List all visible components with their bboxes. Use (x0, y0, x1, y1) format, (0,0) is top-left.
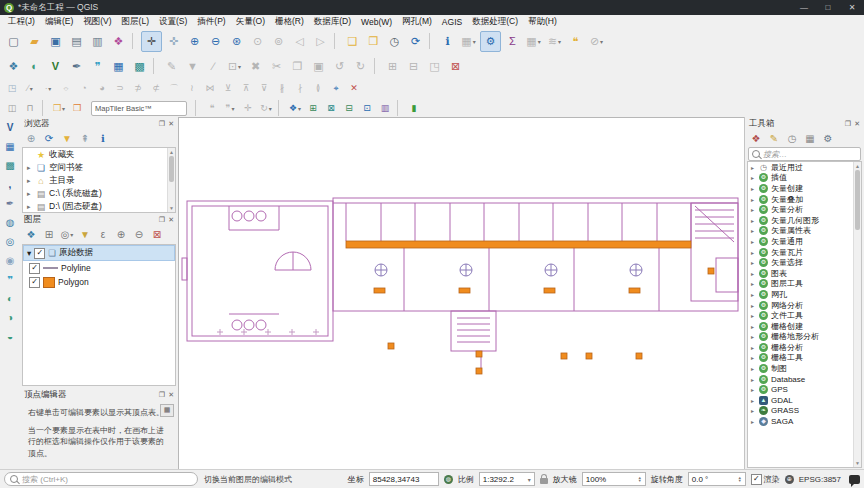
new-print-layout-icon[interactable]: ▤▾ (67, 32, 86, 51)
toolbox-item[interactable]: ▸⚙矢量通用 (748, 236, 861, 247)
fill-ring-icon[interactable]: ⊅▾ (130, 81, 146, 96)
toolbox-item[interactable]: ▸⚙插值 (748, 173, 861, 184)
select-by-form-icon[interactable]: ❖▾ (287, 101, 303, 116)
copy-move-feature-icon[interactable]: ∙▾ (40, 81, 56, 96)
undo-icon[interactable]: ↺▾ (330, 57, 349, 76)
toolbox-item[interactable]: ▸⚙矢量几何图形 (748, 215, 861, 226)
log-messages-icon[interactable] (849, 475, 860, 484)
browser-scrollbar[interactable]: ▲ ▼ (167, 148, 175, 212)
layer-polygon-row[interactable]: ✓Polygon (23, 275, 175, 289)
separator[interactable]: ▾ (132, 33, 137, 49)
zoom-out-icon[interactable]: ⊖▾ (206, 32, 225, 51)
identify-features-icon[interactable]: ℹ▾ (438, 32, 457, 51)
toolbox-item[interactable]: ▸⚙制图 (748, 363, 861, 374)
separator[interactable]: ▾ (374, 58, 379, 74)
select-by-location-icon[interactable]: ⊞▾ (305, 101, 321, 116)
simplify-feature-icon[interactable]: ◔▾ (76, 81, 92, 96)
toolbox-item[interactable]: ▸⚙图表 (748, 268, 861, 279)
history-icon[interactable]: ◷ (785, 131, 799, 145)
show-bookmarks-icon[interactable]: ❒▾ (364, 32, 383, 51)
add-raster-layer-icon[interactable]: ▦▾ (109, 57, 128, 76)
style-manager-icon[interactable]: ❖▾ (109, 32, 128, 51)
layer-checkbox[interactable]: ✓ (34, 248, 45, 259)
rotate-feature-icon[interactable]: ⌔▾ (58, 81, 74, 96)
collapse-all-icon[interactable]: ⇞ (78, 131, 92, 145)
add-virtual-layer-icon[interactable]: ❞ (3, 272, 18, 287)
rotation-field[interactable]: 0.0 °▲▼ (688, 472, 746, 486)
menu-item[interactable]: Web(W) (356, 17, 397, 27)
add-oracle-icon[interactable]: ◉ (3, 253, 18, 268)
pin-labels-icon[interactable]: ❝▾ (204, 101, 220, 116)
map-canvas[interactable] (178, 117, 745, 470)
add-spatialite-layer-icon[interactable]: ✒▾ (67, 57, 86, 76)
edit-in-place-icon[interactable]: ✎ (767, 131, 781, 145)
menu-item[interactable]: 数据处理(C) (467, 16, 523, 28)
add-vector-layer-icon[interactable]: V▾ (46, 57, 65, 76)
layer-checkbox[interactable]: ✓ (29, 263, 40, 274)
add-wms-icon[interactable]: ◐ (3, 291, 18, 306)
add-wms-layer-icon[interactable]: ◐▾ (25, 57, 44, 76)
zoom-to-layer-icon[interactable]: ⊚▾ (269, 32, 288, 51)
open-project-icon[interactable]: ▰▾ (25, 32, 44, 51)
raster-calculator-icon[interactable]: ▥▾ (377, 101, 393, 116)
advanced-digitizing-icon[interactable]: ◳▾ (4, 81, 20, 96)
toolbox-item[interactable]: ▸⚙文件工具 (748, 310, 861, 321)
form-annotation-icon[interactable]: ◳▾ (425, 57, 444, 76)
lock-scale-icon[interactable] (540, 478, 548, 484)
new-shapefile-icon[interactable]: ❒▾ (51, 101, 67, 116)
close-panel-button[interactable]: ✕ (854, 119, 860, 128)
zoom-in-icon[interactable]: ⊕▾ (185, 32, 204, 51)
refresh-browser-icon[interactable]: ⟳ (42, 131, 56, 145)
new-bookmark-icon[interactable]: ❑▾ (343, 32, 362, 51)
add-feature-icon[interactable]: ∕▾ (204, 57, 223, 76)
filter-browser-icon[interactable]: ▼ (60, 131, 74, 145)
python-console-icon[interactable]: ▮▾ (406, 101, 422, 116)
layout-manager-icon[interactable]: ▥▾ (88, 32, 107, 51)
crs-icon[interactable]: ⊕ (785, 475, 794, 484)
toolbox-item[interactable]: ▸⚙矢量创建 (748, 183, 861, 194)
new-project-icon[interactable]: ▢▾ (4, 32, 23, 51)
manage-map-themes-icon[interactable]: ◎▾ (60, 227, 74, 241)
close-panel-button[interactable]: ✕ (168, 390, 174, 399)
menu-item[interactable]: 网孔(M) (397, 16, 437, 28)
browser-item-drive-d[interactable]: ▸▤D:\ (固态硬盘) (23, 200, 175, 213)
copy-features-icon[interactable]: ❐▾ (288, 57, 307, 76)
add-wcs-icon[interactable]: ◑ (3, 310, 18, 325)
filter-legend-icon[interactable]: ▼▾ (78, 227, 92, 241)
add-mesh-layer-icon[interactable]: ▩▾ (130, 57, 149, 76)
toolbox-item-gps[interactable]: ▸⚙GPS (748, 384, 861, 395)
menu-item[interactable]: 插件(P) (192, 16, 230, 28)
temporal-controller-icon[interactable]: ◷▾ (385, 32, 404, 51)
add-raster-layer-icon[interactable]: ▦ (3, 139, 18, 154)
zoom-to-selection-icon[interactable]: ⊙▾ (248, 32, 267, 51)
toolbox-item[interactable]: ▸⚙矢量叠加 (748, 194, 861, 205)
minimize-button[interactable]: — (792, 0, 816, 15)
add-selected-layers-icon[interactable]: ⊕ (24, 131, 38, 145)
remove-layer-icon[interactable]: ⊠▾ (150, 227, 164, 241)
crs-value[interactable]: EPSG:3857 (799, 475, 841, 484)
snapping-options-icon[interactable]: ⊓▾ (22, 101, 38, 116)
add-vector-layer-icon[interactable]: V (3, 120, 18, 135)
render-checkbox[interactable]: ✓渲染 (751, 474, 780, 485)
delete-selected-icon[interactable]: ✖▾ (246, 57, 265, 76)
toolbox-item[interactable]: ▸⚙栅格地形分析 (748, 332, 861, 343)
float-panel-button[interactable]: ❐ (159, 215, 165, 224)
menu-item[interactable]: AGIS (437, 17, 467, 27)
separator[interactable]: ▾ (397, 100, 402, 116)
zoom-full-icon[interactable]: ⊛▾ (227, 32, 246, 51)
trim-extend-icon[interactable]: ⌖▾ (328, 81, 344, 96)
pan-to-selection-icon[interactable]: ✜▾ (164, 32, 183, 51)
layer-checkbox[interactable]: ✓ (29, 277, 40, 288)
float-panel-button[interactable]: ❐ (159, 390, 165, 399)
toolbox-item-recent[interactable]: ▸◷最近用过 (748, 162, 861, 173)
split-parts-icon[interactable]: ⊼▾ (238, 81, 254, 96)
locator-search-input[interactable]: 搜索 (Ctrl+K) (4, 472, 198, 486)
add-group-icon[interactable]: ⊞▾ (42, 227, 56, 241)
separator[interactable]: ▾ (153, 58, 158, 74)
menu-item[interactable]: 设置(S) (154, 16, 192, 28)
properties-widget-icon[interactable]: ℹ (96, 131, 110, 145)
filter-by-expression-icon[interactable]: ε▾ (96, 227, 110, 241)
layer-group-row[interactable]: ▾✓❏原始数据 (23, 245, 175, 261)
modify-attributes-icon[interactable]: ⊟▾ (404, 57, 423, 76)
coordinate-field[interactable]: 85428,34743 (369, 472, 439, 486)
